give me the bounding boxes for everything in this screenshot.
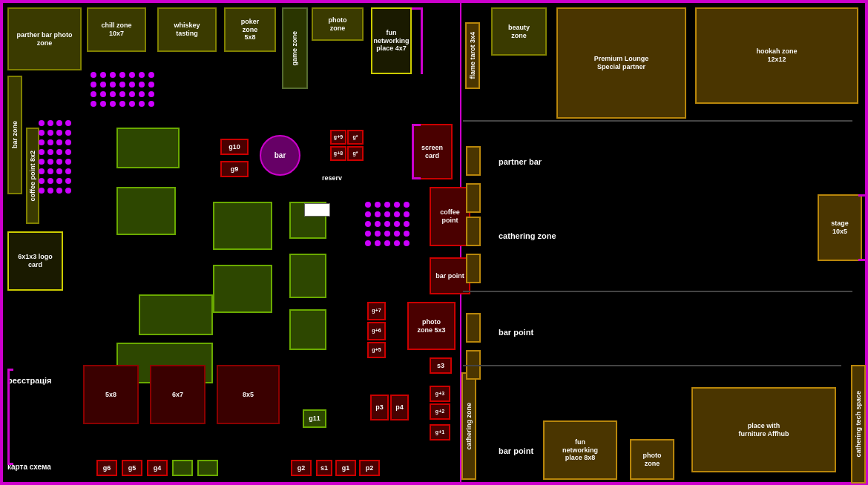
g11-box: g11 bbox=[303, 409, 326, 428]
dot bbox=[56, 120, 62, 126]
g10-label: g10 bbox=[228, 143, 240, 151]
dot bbox=[47, 188, 53, 194]
dot bbox=[404, 231, 410, 237]
premium-lounge: Premium LoungeSpecial partner bbox=[556, 7, 686, 119]
dot bbox=[47, 149, 53, 155]
dot bbox=[365, 221, 371, 227]
dot bbox=[110, 82, 116, 88]
partner-bar-zone: parther bar photo zone bbox=[7, 7, 82, 70]
bar-point-bottom: bar point bbox=[499, 446, 533, 455]
partner-bar-accent-1 bbox=[466, 146, 481, 176]
fun-networking-top: funnetworkingplace 4x7 bbox=[371, 7, 412, 74]
dot bbox=[47, 178, 53, 184]
screen-card-bracket bbox=[412, 124, 421, 179]
dot bbox=[39, 130, 45, 136]
dot bbox=[47, 130, 53, 136]
dot bbox=[404, 211, 410, 217]
white-rect bbox=[304, 203, 330, 217]
dot bbox=[65, 178, 71, 184]
bar-zone-vertical: bar zone bbox=[7, 76, 22, 194]
dot bbox=[47, 168, 53, 174]
cathering-zone-bottom-vert: cathering zone bbox=[461, 372, 476, 480]
place-furniture: place withfurniture Affhub bbox=[691, 387, 836, 472]
g-plus-9b: g* bbox=[347, 130, 364, 145]
dot bbox=[91, 91, 96, 97]
dot bbox=[39, 139, 45, 145]
g4-bottom: g4 bbox=[147, 460, 168, 476]
dot bbox=[404, 202, 410, 208]
flame-tarot: flame tarot 3x4 bbox=[465, 22, 480, 89]
game-zone-label: game zone bbox=[291, 31, 299, 66]
s1-bottom: s1 bbox=[316, 460, 332, 476]
dot bbox=[375, 211, 381, 217]
dot bbox=[65, 149, 71, 155]
stage-bracket bbox=[858, 194, 867, 261]
green-rect-6 bbox=[213, 265, 272, 313]
green-rect-5 bbox=[213, 202, 272, 250]
dot bbox=[100, 72, 106, 78]
photo-zone-5x3: photozone 5x3 bbox=[407, 302, 456, 350]
g-plus-8: g+8 bbox=[330, 146, 346, 161]
p2-bottom: p2 bbox=[359, 460, 380, 476]
dot bbox=[129, 82, 135, 88]
dot bbox=[365, 231, 371, 237]
dot bbox=[47, 120, 53, 126]
fun-networking-8x8: funnetworkingplace 8x8 bbox=[543, 420, 617, 480]
dot bbox=[65, 188, 71, 194]
dot bbox=[56, 149, 62, 155]
dot bbox=[384, 211, 390, 217]
dot bbox=[56, 178, 62, 184]
dot bbox=[394, 202, 400, 208]
dot bbox=[365, 240, 371, 246]
partner-bar-accent-2 bbox=[466, 183, 481, 213]
dot bbox=[56, 159, 62, 165]
registration-label: реєстрація bbox=[7, 376, 52, 385]
partner-bar-label: parther bar photo zone bbox=[10, 31, 79, 47]
whiskey-tasting: whiskeytasting bbox=[157, 7, 217, 52]
dot bbox=[100, 91, 106, 97]
g9-label: g9 bbox=[231, 165, 239, 174]
green-bottom-2 bbox=[197, 460, 218, 476]
g-plus-9-label: g+9 bbox=[334, 134, 343, 140]
coffee-point-8x2: coffee point 8x2 bbox=[26, 128, 39, 224]
karta-label: карта схема bbox=[7, 463, 51, 471]
g-plus-9: g+9 bbox=[330, 130, 346, 145]
g-plus-8b: g* bbox=[347, 146, 364, 161]
dot bbox=[39, 168, 45, 174]
dot bbox=[39, 188, 45, 194]
g5-bottom: g5 bbox=[122, 460, 142, 476]
dot bbox=[394, 231, 400, 237]
coffee-point-mid: coffeepoint bbox=[430, 187, 470, 246]
fun-networking-bracket bbox=[412, 7, 423, 74]
dot bbox=[65, 168, 71, 174]
stage: stage10x5 bbox=[818, 194, 862, 261]
dot bbox=[139, 82, 145, 88]
beauty-zone: beautyzone bbox=[491, 7, 547, 56]
dot bbox=[375, 221, 381, 227]
photo-zone-bottom-right: photozone bbox=[630, 439, 674, 480]
dot bbox=[100, 82, 106, 88]
green-rect-1 bbox=[116, 128, 180, 168]
g2-bottom: g2 bbox=[291, 460, 312, 476]
dot bbox=[384, 240, 390, 246]
registration-bracket bbox=[7, 369, 13, 465]
partner-bar-mid: partner bar bbox=[499, 157, 542, 166]
dot bbox=[100, 101, 106, 107]
bar-point-right: bar point bbox=[499, 328, 533, 337]
chill-zone: chill zone10x7 bbox=[87, 7, 146, 52]
floor-plan: parther bar photo zone chill zone10x7 wh… bbox=[0, 0, 868, 485]
dot bbox=[56, 168, 62, 174]
g10-box: g10 bbox=[220, 139, 249, 155]
g-plus-3: g+3 bbox=[430, 386, 450, 402]
cathering-accent-2 bbox=[466, 254, 481, 283]
dot bbox=[148, 91, 154, 97]
dot bbox=[394, 221, 400, 227]
dot bbox=[375, 202, 381, 208]
dot bbox=[365, 211, 371, 217]
photo-zone-top-label: photozone bbox=[329, 16, 347, 33]
cathering-tech-space: cathering tech space bbox=[851, 365, 866, 484]
dot bbox=[384, 221, 390, 227]
dot bbox=[119, 82, 125, 88]
fun-networking-top-label: funnetworkingplace 4x7 bbox=[374, 29, 410, 53]
dot bbox=[139, 72, 145, 78]
